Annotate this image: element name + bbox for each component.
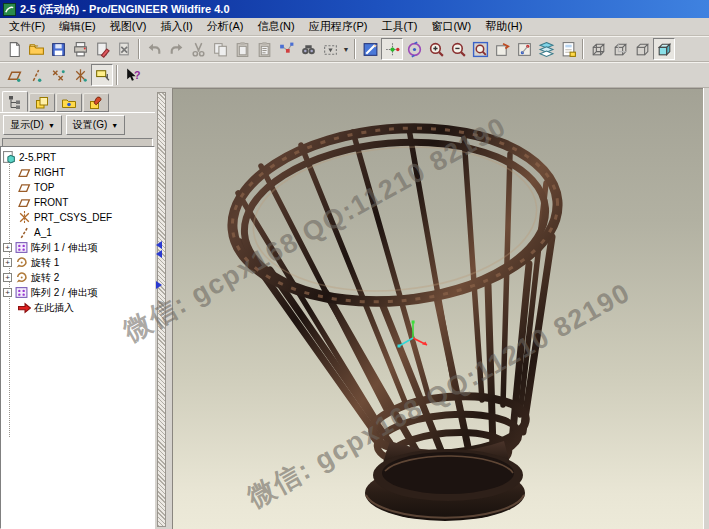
revolve-icon (15, 271, 28, 284)
expand-right-icon[interactable] (156, 281, 162, 289)
annotations-icon (94, 67, 111, 84)
tree-row[interactable]: TOP (1, 180, 154, 195)
menu-info[interactable]: 信息(N) (250, 17, 301, 36)
tab-favorites[interactable] (83, 93, 109, 112)
datum-plane-icon (18, 166, 31, 179)
tree-row-root[interactable]: 2-5.PRT (1, 150, 154, 165)
paste-button[interactable] (231, 38, 253, 60)
spin-center-icon (384, 41, 401, 58)
new-icon (6, 41, 23, 58)
new-button[interactable] (3, 38, 25, 60)
expand-box[interactable]: + (3, 258, 12, 267)
navigator-panel: 显示(D)▼ 设置(G)▼ 2-5.PRT RIGHT TOP (0, 88, 155, 529)
toolbar-separator (116, 65, 118, 85)
datum-plane-icon (18, 181, 31, 194)
settings-button[interactable]: 设置(G)▼ (66, 115, 125, 135)
annotations-toggle[interactable] (91, 64, 113, 86)
layers-button[interactable] (535, 38, 557, 60)
title-bar[interactable]: 2-5 (活动的) - Pro/ENGINEER Wildfire 4.0 (0, 0, 709, 18)
menu-file[interactable]: 文件(F) (2, 17, 52, 36)
no-hidden-icon (634, 41, 651, 58)
purge-button[interactable] (113, 38, 135, 60)
menu-edit[interactable]: 编辑(E) (52, 17, 103, 36)
undo-button[interactable] (143, 38, 165, 60)
repaint-button[interactable] (359, 38, 381, 60)
axis-icon (18, 226, 31, 239)
pattern-icon (15, 241, 28, 254)
tab-model-tree[interactable] (2, 91, 28, 112)
expand-box[interactable]: + (3, 288, 12, 297)
refit-button[interactable] (469, 38, 491, 60)
find-icon (300, 41, 317, 58)
tree-row[interactable]: FRONT (1, 195, 154, 210)
tree-row[interactable]: PRT_CSYS_DEF (1, 210, 154, 225)
cut-button[interactable] (187, 38, 209, 60)
datum-csys-icon (72, 67, 89, 84)
expand-box[interactable]: + (3, 243, 12, 252)
collapse-left-icon[interactable] (156, 250, 162, 258)
tree-row-insert-here[interactable]: 在此插入 (1, 300, 154, 315)
print-button[interactable] (69, 38, 91, 60)
panel-splitter[interactable] (155, 88, 172, 529)
shaded-button[interactable] (653, 38, 675, 60)
view-orientation-button[interactable] (513, 38, 535, 60)
context-help-button[interactable]: ? (121, 64, 143, 86)
zoom-out-icon (450, 41, 467, 58)
menu-tools[interactable]: 工具(T) (374, 17, 424, 36)
tab-layer-tree[interactable] (29, 93, 55, 112)
tab-folder-browser[interactable] (56, 93, 82, 112)
datum-axes-toggle[interactable] (25, 64, 47, 86)
app-icon (3, 3, 16, 16)
open-button[interactable] (25, 38, 47, 60)
tree-row[interactable]: RIGHT (1, 165, 154, 180)
menu-window[interactable]: 窗口(W) (424, 17, 478, 36)
datum-points-toggle[interactable] (47, 64, 69, 86)
show-button[interactable]: 显示(D)▼ (3, 115, 62, 135)
tree-item-label: 阵列 1 / 伸出项 (31, 241, 98, 255)
view-manager-icon (560, 41, 577, 58)
regenerate-button[interactable] (275, 38, 297, 60)
zoom-out-button[interactable] (447, 38, 469, 60)
datum-csys-toggle[interactable] (69, 64, 91, 86)
save-button[interactable] (47, 38, 69, 60)
menu-applications[interactable]: 应用程序(P) (302, 17, 375, 36)
tree-row[interactable]: + 旋转 2 (1, 270, 154, 285)
tree-row[interactable]: + 阵列 1 / 伸出项 (1, 240, 154, 255)
menu-analysis[interactable]: 分析(A) (200, 17, 251, 36)
saved-views-icon (494, 41, 511, 58)
zoom-in-button[interactable] (425, 38, 447, 60)
graphics-area[interactable] (172, 88, 703, 529)
no-hidden-button[interactable] (631, 38, 653, 60)
shaded-icon (656, 41, 673, 58)
tree-item-label: 旋转 2 (31, 271, 59, 285)
menu-help[interactable]: 帮助(H) (478, 17, 529, 36)
menu-view[interactable]: 视图(V) (103, 17, 154, 36)
settings-button-label: 设置(G) (73, 118, 107, 132)
tree-row[interactable]: + 旋转 1 (1, 255, 154, 270)
tree-row[interactable]: + 阵列 2 / 伸出项 (1, 285, 154, 300)
tree-row[interactable]: A_1 (1, 225, 154, 240)
spin-center-button[interactable] (381, 38, 403, 60)
erase-button[interactable] (91, 38, 113, 60)
orient-mode-button[interactable] (403, 38, 425, 60)
hidden-line-button[interactable] (609, 38, 631, 60)
find-button[interactable] (297, 38, 319, 60)
basket-model (173, 89, 704, 529)
collapse-left-icon[interactable] (156, 241, 162, 249)
select-filter-dropdown[interactable]: ▼ (341, 38, 351, 60)
redo-button[interactable] (165, 38, 187, 60)
paste-special-button[interactable] (253, 38, 275, 60)
expand-box[interactable]: + (3, 273, 12, 282)
view-manager-button[interactable] (557, 38, 579, 60)
wireframe-button[interactable] (587, 38, 609, 60)
datum-points-icon (50, 67, 67, 84)
datum-planes-toggle[interactable] (3, 64, 25, 86)
copy-button[interactable] (209, 38, 231, 60)
saved-views-button[interactable] (491, 38, 513, 60)
toolbar-separator (354, 39, 356, 59)
select-filter-button[interactable] (319, 38, 341, 60)
tree-item-label: PRT_CSYS_DEF (34, 212, 112, 223)
pattern-icon (15, 286, 28, 299)
menu-insert[interactable]: 插入(I) (153, 17, 199, 36)
splitter-grip[interactable] (157, 92, 166, 527)
